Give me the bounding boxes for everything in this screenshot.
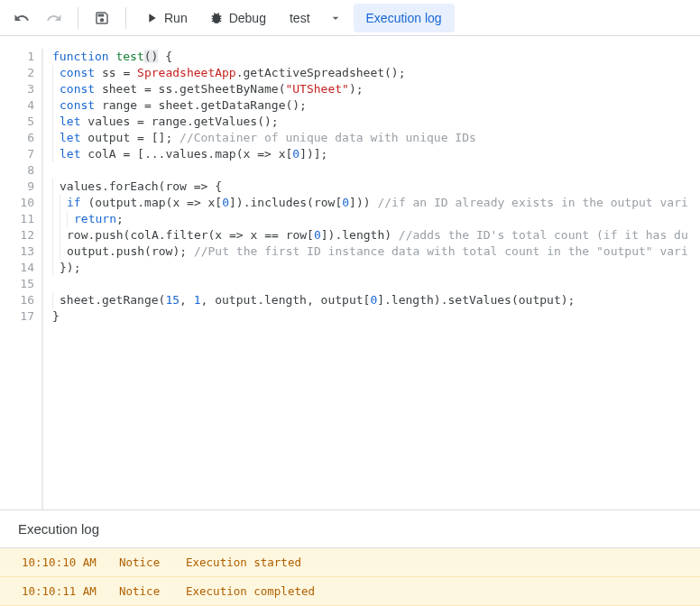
execution-log-panel: Execution log 10:10:10 AMNoticeExecution… [0,510,700,606]
run-button[interactable]: Run [135,4,197,32]
chevron-down-icon [328,11,343,25]
redo-icon [46,10,62,26]
code-line[interactable]: const ss = SpreadsheetApp.getActiveSprea… [52,65,700,81]
code-line[interactable]: } [52,308,700,325]
code-line[interactable] [52,162,700,179]
code-line[interactable]: }); [52,260,700,276]
code-line[interactable]: sheet.getRange(15, 1, output.length, out… [52,292,700,308]
execution-log-button[interactable]: Execution log [354,4,455,32]
line-number: 17 [0,308,34,325]
debug-button[interactable]: Debug [200,4,275,32]
debug-label: Debug [229,11,266,25]
line-number: 11 [0,211,34,227]
code-line[interactable]: let colA = [...values.map(x => x[0])]; [52,146,700,162]
log-message: Execution started [186,556,301,569]
code-line[interactable]: function test() { [52,49,700,65]
log-time: 10:10:11 AM [22,584,103,598]
code-line[interactable]: if (output.map(x => x[0]).includes(row[0… [52,195,700,211]
log-level: Notice [119,556,170,569]
line-number: 2 [0,65,34,81]
line-number: 15 [0,276,34,292]
line-number: 7 [0,146,34,162]
separator [78,7,78,29]
code-line[interactable]: output.push(row); //Put the first ID ins… [52,243,700,260]
code-line[interactable]: row.push(colA.filter(x => x == row[0]).l… [52,227,700,243]
execution-log-label: Execution log [366,11,442,25]
line-number: 13 [0,243,34,260]
line-number: 1 [0,49,34,65]
log-time: 10:10:10 AM [22,556,103,569]
line-number: 8 [0,162,34,179]
code-line[interactable]: let output = []; //Container of unique d… [52,130,700,146]
execution-log-title: Execution log [0,510,700,548]
log-message: Execution completed [186,584,315,598]
separator [125,7,126,29]
line-number: 12 [0,227,34,243]
function-selector[interactable]: test [279,4,350,32]
line-number: 10 [0,195,34,211]
run-label: Run [164,11,188,25]
line-number: 5 [0,114,34,130]
code-content[interactable]: function test() {const ss = SpreadsheetA… [41,49,700,510]
line-number: 4 [0,97,34,114]
undo-button[interactable] [7,4,36,32]
code-line[interactable] [52,276,700,292]
code-line[interactable]: return; [52,211,700,227]
line-number: 3 [0,81,34,97]
line-number: 6 [0,130,34,146]
code-line[interactable]: const range = sheet.getDataRange(); [52,97,700,114]
save-icon [94,10,110,26]
line-gutter: 1234567891011121314151617 [0,49,41,510]
log-level: Notice [119,584,170,598]
line-number: 16 [0,292,34,308]
log-row: 10:10:10 AMNoticeExecution started [0,548,700,577]
line-number: 14 [0,260,34,276]
redo-button[interactable] [40,4,69,32]
toolbar: Run Debug test Execution log [0,0,700,36]
code-line[interactable]: let values = range.getValues(); [52,114,700,130]
code-editor[interactable]: 1234567891011121314151617 function test(… [0,36,700,510]
bug-icon [209,11,224,25]
function-name: test [290,11,310,25]
code-line[interactable]: const sheet = ss.getSheetByName("UTSheet… [52,81,700,97]
undo-icon [14,10,30,26]
log-row: 10:10:11 AMNoticeExecution completed [0,577,700,606]
save-button[interactable] [88,4,116,32]
line-number: 9 [0,179,34,195]
code-line[interactable]: values.forEach(row => { [52,179,700,195]
play-icon [144,11,159,25]
